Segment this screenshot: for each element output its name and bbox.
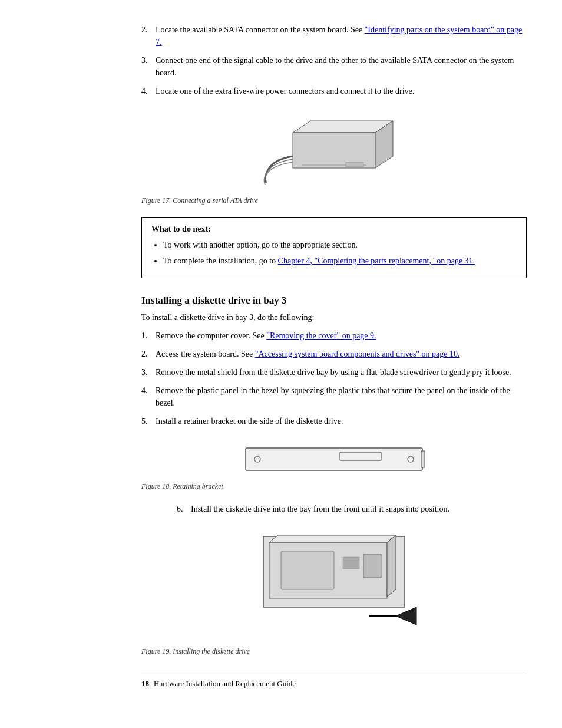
removing-cover-link[interactable]: "Removing the cover" on page 9. — [266, 331, 376, 340]
diskette-step6-text: Install the diskette drive into the bay … — [191, 503, 527, 515]
page-footer: 18 Hardware Installation and Replacement… — [141, 674, 527, 689]
diskette-installation-illustration — [246, 525, 422, 643]
what-to-do-item2: To complete the installation, go to Chap… — [163, 255, 517, 267]
diskette-step-1: 1. Remove the computer cover. See "Remov… — [141, 330, 527, 342]
page-content: 2. Locate the available SATA connector o… — [141, 24, 527, 689]
svg-rect-16 — [363, 554, 381, 578]
diskette-intro: To install a diskette drive in bay 3, do… — [141, 311, 527, 324]
diskette-step2-text: Access the system board. See — [156, 350, 255, 358]
sata-step3-text: Connect one end of the signal cable to t… — [156, 54, 527, 79]
sata-step-2: 2. Locate the available SATA connector o… — [141, 24, 527, 48]
svg-rect-17 — [343, 557, 359, 569]
sata-step4-text: Locate one of the extra five-wire power … — [156, 85, 527, 97]
what-to-do-box: What to do next: To work with another op… — [141, 217, 527, 278]
svg-rect-5 — [246, 448, 422, 470]
what-to-do-title: What to do next: — [151, 225, 517, 234]
figure17-container — [141, 109, 527, 192]
svg-rect-9 — [421, 451, 425, 467]
svg-rect-15 — [281, 551, 334, 589]
what-to-do-list: To work with another option, go to the a… — [151, 239, 517, 267]
figure19-container — [141, 525, 527, 643]
diskette-step6-list: 6. Install the diskette drive into the b… — [177, 503, 527, 515]
sata-steps-list: 2. Locate the available SATA connector o… — [141, 24, 527, 97]
diskette-section-title: Installing a diskette drive in bay 3 — [141, 295, 527, 307]
diskette-step-2: 2. Access the system board. See "Accessi… — [141, 348, 527, 360]
diskette-step-6: 6. Install the diskette drive into the b… — [177, 503, 527, 515]
figure18-caption: Figure 18. Retaining bracket — [141, 482, 527, 491]
chapter4-link[interactable]: Chapter 4, "Completing the parts replace… — [278, 256, 475, 265]
footer-title: Hardware Installation and Replacement Gu… — [154, 679, 296, 689]
figure18-container — [141, 439, 527, 477]
diskette-step-3: 3. Remove the metal shield from the disk… — [141, 366, 527, 378]
figure17-caption: Figure 17. Connecting a serial ATA drive — [141, 196, 527, 205]
sata-drive-illustration — [257, 109, 411, 192]
diskette-step5-text: Install a retainer bracket on the side o… — [156, 415, 527, 427]
sata-step-3: 3. Connect one end of the signal cable t… — [141, 54, 527, 79]
what-to-do-item1: To work with another option, go to the a… — [163, 239, 517, 251]
diskette-step-5: 5. Install a retainer bracket on the sid… — [141, 415, 527, 427]
svg-marker-14 — [387, 535, 396, 597]
diskette-step-4: 4. Remove the plastic panel in the bezel… — [141, 384, 527, 409]
diskette-step1-text: Remove the computer cover. See — [156, 331, 266, 340]
retaining-bracket-illustration — [240, 439, 428, 477]
sata-step2-text: Locate the available SATA connector on t… — [156, 25, 365, 34]
accessing-system-link[interactable]: "Accessing system board components and d… — [255, 350, 460, 358]
figure19-caption: Figure 19. Installing the diskette drive — [141, 647, 527, 656]
diskette-step3-text: Remove the metal shield from the diskett… — [156, 366, 527, 378]
svg-marker-18 — [396, 607, 416, 625]
svg-rect-4 — [346, 162, 363, 167]
sata-step-4: 4. Locate one of the extra five-wire pow… — [141, 85, 527, 97]
page-number: 18 — [141, 679, 149, 689]
svg-marker-13 — [269, 535, 396, 542]
diskette-step4-text: Remove the plastic panel in the bezel by… — [156, 384, 527, 409]
diskette-steps-list: 1. Remove the computer cover. See "Remov… — [141, 330, 527, 427]
